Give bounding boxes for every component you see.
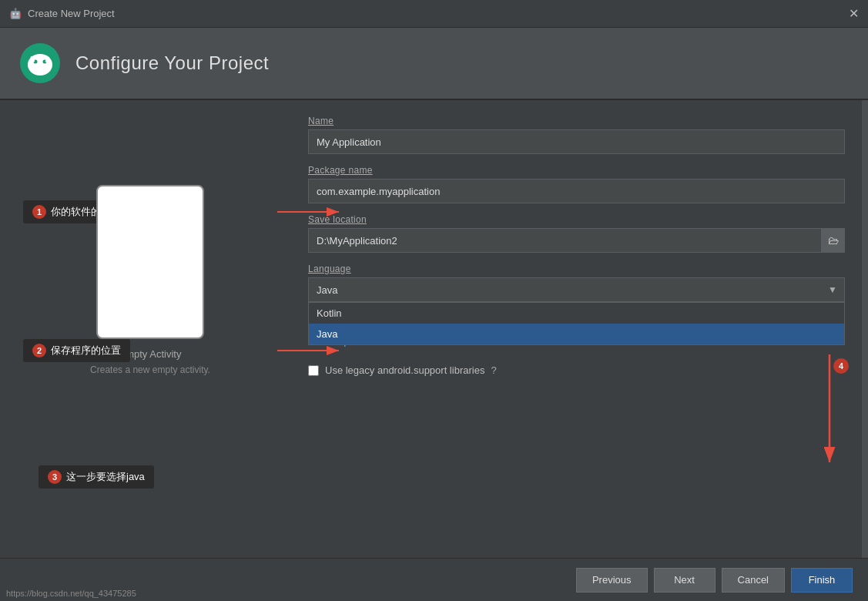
creates-label: Creates a new empty activity.: [90, 364, 210, 375]
language-label: Language: [308, 264, 845, 274]
footer-url: https://blog.csdn.net/qq_43475285: [0, 586, 142, 601]
previous-button[interactable]: Previous: [576, 568, 648, 593]
badge-1: 1: [32, 205, 46, 219]
annotation-4: 4: [833, 358, 849, 374]
package-label: Package name: [308, 165, 845, 176]
scrollbar[interactable]: [862, 100, 868, 558]
badge-2: 2: [32, 344, 46, 358]
language-form-group: Language Java ▼ Kotlin Java: [308, 264, 845, 302]
left-panel: 1 你的软件的名称 Empty Activity Creates a new e…: [0, 100, 293, 558]
help-icon[interactable]: ?: [491, 364, 496, 376]
finish-button[interactable]: Finish: [791, 568, 853, 593]
language-option-kotlin[interactable]: Kotlin: [309, 303, 844, 324]
annotation-2: 2 保存程序的位置: [23, 339, 130, 362]
checkbox-label: Use legacy android.support libraries: [325, 364, 484, 376]
header-section: Configure Your Project: [0, 28, 868, 100]
phone-preview: [96, 185, 204, 339]
legacy-checkbox-row: Use legacy android.support libraries ?: [308, 364, 845, 376]
language-selected-value: Java: [317, 284, 337, 296]
footer: https://blog.csdn.net/qq_43475285 Previo…: [0, 558, 868, 601]
title-bar: 🤖 Create New Project ✕: [0, 0, 868, 28]
language-option-java[interactable]: Java: [309, 324, 844, 344]
annotation-3: 3 这一步要选择java: [39, 465, 154, 489]
right-panel: Name Package name Save location 🗁 Langua: [293, 100, 868, 558]
name-form-group: Name: [308, 116, 845, 154]
badge-3: 3: [48, 470, 62, 484]
browse-folder-button[interactable]: 🗁: [822, 228, 845, 253]
language-dropdown-container: Java ▼ Kotlin Java: [308, 277, 845, 302]
package-input[interactable]: [308, 179, 845, 203]
save-location-label: Save location: [308, 214, 845, 225]
next-button[interactable]: Next: [654, 568, 716, 593]
name-input[interactable]: [308, 129, 845, 154]
legacy-checkbox[interactable]: [308, 365, 319, 376]
name-label: Name: [308, 116, 845, 126]
badge-4: 4: [833, 358, 849, 374]
save-location-row: 🗁: [308, 228, 845, 253]
cancel-button[interactable]: Cancel: [722, 568, 785, 593]
annotation-3-text: 这一步要选择java: [66, 470, 145, 484]
title-bar-text: Create New Project: [28, 8, 115, 19]
title-bar-left: 🤖 Create New Project: [9, 8, 115, 19]
page-title: Configure Your Project: [75, 52, 269, 74]
android-logo: [18, 42, 62, 85]
android-icon: 🤖: [9, 8, 22, 19]
save-location-form-group: Save location 🗁: [308, 214, 845, 253]
language-dropdown-menu: Kotlin Java: [308, 302, 845, 345]
save-location-input[interactable]: [308, 228, 822, 253]
close-button[interactable]: ✕: [849, 6, 859, 21]
language-dropdown[interactable]: Java: [308, 277, 845, 302]
package-form-group: Package name: [308, 165, 845, 203]
annotation-2-text: 保存程序的位置: [51, 344, 121, 358]
main-content: 1 你的软件的名称 Empty Activity Creates a new e…: [0, 100, 868, 558]
